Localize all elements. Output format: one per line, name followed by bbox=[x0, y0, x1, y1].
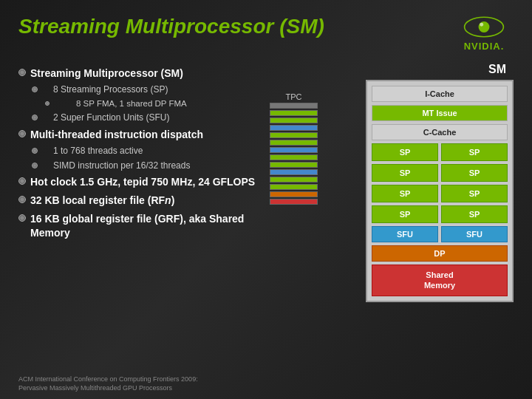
header: Streaming Multiprocessor (SM) NVIDIA. bbox=[18, 15, 514, 52]
sm-label: SM bbox=[488, 63, 506, 76]
bullet-text: 8 Streaming Processors (SP) bbox=[42, 83, 168, 96]
bullet-text: Multi-threaded instruction dispatch bbox=[30, 128, 203, 143]
list-item: 32 KB local register file (RFn) bbox=[18, 194, 266, 208]
bullet-text: SIMD instruction per 16/32 threads bbox=[42, 160, 190, 172]
sp-row-2: SP SP bbox=[372, 164, 508, 182]
i-cache-block: I-Cache bbox=[372, 86, 508, 102]
dp-block: DP bbox=[372, 245, 508, 262]
list-item: Multi-threaded instruction dispatch bbox=[18, 128, 266, 143]
bullet-icon bbox=[32, 86, 38, 92]
tpc-block bbox=[270, 154, 318, 160]
list-item: 1 to 768 threads active bbox=[18, 145, 266, 157]
bullet-text: Streaming Multiprocessor (SM) bbox=[30, 66, 183, 81]
sp-box: SP bbox=[441, 164, 508, 182]
nvidia-logo: NVIDIA. bbox=[454, 15, 514, 52]
main-content: Streaming Multiprocessor (SM) 8 Streamin… bbox=[18, 63, 514, 381]
sp-box: SP bbox=[441, 143, 508, 161]
bullet-text: 32 KB local register file (RFn) bbox=[30, 194, 174, 208]
tpc-block bbox=[270, 191, 318, 197]
bullet-icon bbox=[18, 196, 26, 203]
sp-box: SP bbox=[441, 205, 508, 223]
bullet-icon bbox=[18, 177, 26, 185]
list-item: 16 KB global register file (GRF), aka Sh… bbox=[18, 212, 266, 241]
footer-line1: ACM International Conference on Computin… bbox=[18, 375, 198, 384]
tpc-block bbox=[270, 184, 318, 190]
list-item: Hot clock 1.5 GHz, tepid 750 MHz, 24 GFL… bbox=[18, 175, 266, 190]
sm-box: I-Cache MT Issue C-Cache SP SP SP SP SP bbox=[366, 80, 514, 302]
sp-box: SP bbox=[372, 205, 438, 223]
list-item: SIMD instruction per 16/32 threads bbox=[18, 160, 266, 172]
svg-point-2 bbox=[480, 23, 483, 27]
sfu-row: SFU SFU bbox=[372, 226, 508, 242]
tpc-block bbox=[270, 140, 318, 146]
tpc-block bbox=[270, 169, 318, 175]
tpc-block bbox=[270, 177, 318, 183]
tpc-block bbox=[270, 110, 318, 116]
bullet-icon bbox=[18, 130, 26, 137]
svg-point-1 bbox=[479, 21, 490, 33]
tpc-block bbox=[270, 199, 318, 205]
bullet-icon bbox=[32, 115, 38, 120]
sfu-box: SFU bbox=[372, 226, 438, 242]
bullet-icon bbox=[32, 148, 38, 154]
tpc-blocks bbox=[270, 103, 318, 205]
tpc-label: TPC bbox=[270, 92, 318, 101]
page-title: Streaming Multiprocessor (SM) bbox=[18, 15, 324, 38]
tpc-block bbox=[270, 147, 318, 153]
sm-diagram-area: SM TPC bbox=[277, 63, 514, 381]
bullet-text: 1 to 768 threads active bbox=[42, 145, 143, 157]
footer-line2: Pervasive Massively Multithreaded GPU Pr… bbox=[18, 383, 198, 393]
list-item: 8 SP FMA, 1 shared DP FMA bbox=[18, 98, 266, 109]
bullet-text: 16 KB global register file (GRF), aka Sh… bbox=[30, 212, 266, 241]
tpc-block bbox=[270, 103, 318, 109]
tpc-diagram: TPC bbox=[270, 92, 318, 205]
bullet-icon bbox=[18, 214, 26, 222]
sp-box: SP bbox=[372, 143, 438, 161]
nvidia-logo-icon bbox=[458, 15, 510, 39]
tpc-block bbox=[270, 125, 318, 131]
sp-box: SP bbox=[372, 185, 438, 202]
list-item: 2 Super Function Units (SFU) bbox=[18, 112, 266, 124]
sp-box: SP bbox=[441, 185, 508, 202]
bullet-icon bbox=[18, 69, 26, 76]
bullet-icon bbox=[32, 163, 38, 168]
bullet-icon bbox=[45, 101, 50, 106]
bullet-list: Streaming Multiprocessor (SM) 8 Streamin… bbox=[18, 63, 266, 381]
list-item: Streaming Multiprocessor (SM) bbox=[18, 66, 266, 81]
tpc-block bbox=[270, 162, 318, 168]
sfu-box: SFU bbox=[441, 226, 508, 242]
bullet-text: 2 Super Function Units (SFU) bbox=[42, 112, 169, 124]
tpc-block bbox=[270, 117, 318, 123]
sp-box: SP bbox=[372, 164, 438, 182]
footer-citation: ACM International Conference on Computin… bbox=[18, 375, 198, 393]
list-item: 8 Streaming Processors (SP) bbox=[18, 83, 266, 96]
shared-memory-block: SharedMemory bbox=[372, 265, 508, 296]
sp-row-3: SP SP bbox=[372, 185, 508, 202]
slide: Streaming Multiprocessor (SM) NVIDIA. St… bbox=[0, 0, 532, 399]
bullet-text: Hot clock 1.5 GHz, tepid 750 MHz, 24 GFL… bbox=[30, 175, 255, 190]
bullet-text: 8 SP FMA, 1 shared DP FMA bbox=[54, 98, 187, 109]
nvidia-text: NVIDIA. bbox=[464, 41, 505, 52]
sp-row-4: SP SP bbox=[372, 205, 508, 223]
tpc-block bbox=[270, 132, 318, 138]
c-cache-block: C-Cache bbox=[372, 124, 508, 140]
mt-issue-block: MT Issue bbox=[372, 105, 508, 121]
sp-row-1: SP SP bbox=[372, 143, 508, 161]
